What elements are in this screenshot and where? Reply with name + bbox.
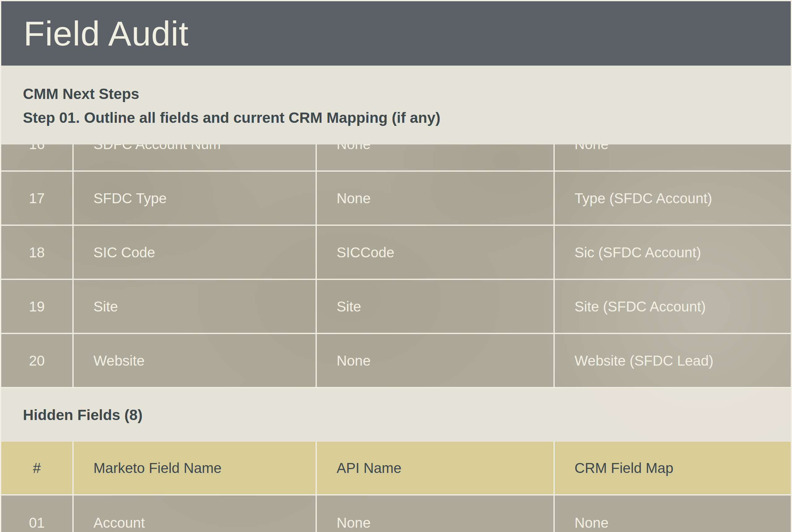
marketo-field-cell: Account [74,495,317,532]
field-audit-slide: Field Audit CMM Next Steps Step 01. Outl… [0,0,792,532]
crm-field-cell: Sic (SFDC Account) [555,226,791,279]
marketo-field-cell: Site [74,280,317,333]
field-table-hidden: # Marketo Field Name API Name CRM Field … [1,442,791,532]
crm-field-cell: Type (SFDC Account) [555,172,791,225]
row-number-cell: 17 [1,172,74,225]
page-title: Field Audit [23,14,189,54]
table-row-20: 20 Website None Website (SFDC Lead) [1,334,791,388]
marketo-field-cell: SIC Code [74,226,317,279]
table-row-16: 16 SDFC Account Num None None [1,145,791,172]
app-header: Field Audit [1,1,791,65]
table-row-19: 19 Site Site Site (SFDC Account) [1,280,791,334]
row-number-cell: 18 [1,226,74,279]
api-name-cell: None [317,145,555,170]
crm-field-cell: None [555,145,791,170]
subtitle-line-1: CMM Next Steps [23,82,778,106]
table-row-01: 01 Account None None [1,495,791,532]
crm-field-cell: Site (SFDC Account) [555,280,791,333]
api-name-cell: None [317,172,555,225]
subtitle-line-2: Step 01. Outline all fields and current … [23,106,778,130]
column-header-number: # [1,442,74,494]
table-row-17: 17 SFDC Type None Type (SFDC Account) [1,172,791,226]
column-header-marketo-field-name: Marketo Field Name [74,442,317,494]
section-header: Hidden Fields (8) [1,388,791,442]
table-row-18: 18 SIC Code SICCode Sic (SFDC Account) [1,226,791,280]
api-name-cell: None [317,495,555,532]
hidden-fields-label: Hidden Fields (8) [23,406,143,423]
column-header-crm-field-map: CRM Field Map [555,442,791,494]
api-name-cell: None [317,334,555,387]
crm-field-cell: None [555,495,791,532]
field-table-upper: 16 SDFC Account Num None None 17 SFDC Ty… [1,145,791,388]
marketo-field-cell: SDFC Account Num [74,145,317,170]
row-number-cell: 16 [1,145,74,170]
column-header-api-name: API Name [317,442,555,494]
row-number-cell: 01 [1,495,74,532]
row-number-cell: 20 [1,334,74,387]
table-header-row: # Marketo Field Name API Name CRM Field … [1,442,791,495]
api-name-cell: Site [317,280,555,333]
marketo-field-cell: SFDC Type [74,172,317,225]
subtitle-band: CMM Next Steps Step 01. Outline all fiel… [1,65,791,145]
marketo-field-cell: Website [74,334,317,387]
row-number-cell: 19 [1,280,74,333]
crm-field-cell: Website (SFDC Lead) [555,334,791,387]
api-name-cell: SICCode [317,226,555,279]
